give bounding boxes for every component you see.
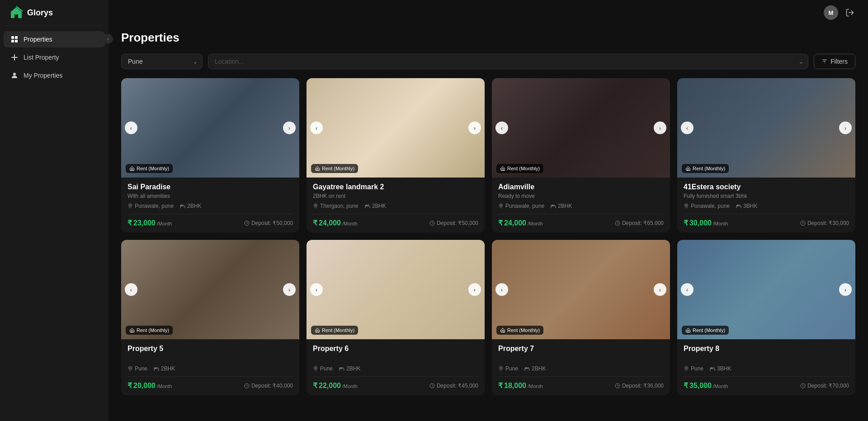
card-bhk: 2BHK bbox=[365, 203, 386, 209]
svg-rect-25 bbox=[340, 368, 341, 369]
property-card-2[interactable]: ‹ › Rent (Monthly) Gayatree landmark 2 2… bbox=[307, 78, 485, 233]
card-deposit-text: Deposit: ₹50,000 bbox=[437, 220, 478, 226]
svg-rect-31 bbox=[711, 368, 712, 369]
card-prev-button[interactable]: ‹ bbox=[310, 283, 323, 296]
card-deposit: Deposit: ₹45,000 bbox=[429, 383, 478, 389]
app-logo: Glorys bbox=[0, 0, 108, 25]
card-location: Pune bbox=[498, 365, 518, 372]
location-icon bbox=[313, 366, 318, 371]
property-card-6[interactable]: ‹ › Rent (Monthly) Property 6 Pune bbox=[307, 240, 485, 395]
card-bhk-text: 2BHK bbox=[187, 203, 201, 209]
bed-icon bbox=[736, 203, 741, 209]
svg-rect-10 bbox=[181, 205, 182, 206]
card-next-button[interactable]: › bbox=[468, 283, 481, 296]
city-select[interactable]: Pune Mumbai Bangalore bbox=[121, 54, 203, 69]
card-price-value: 24,000 bbox=[319, 219, 341, 227]
badge-text: Rent (Monthly) bbox=[507, 327, 540, 333]
card-prev-button[interactable]: ‹ bbox=[495, 283, 508, 296]
deposit-icon bbox=[429, 383, 435, 388]
house-icon bbox=[685, 166, 691, 171]
location-input[interactable] bbox=[208, 54, 808, 69]
deposit-icon bbox=[429, 220, 435, 226]
card-next-button[interactable]: › bbox=[839, 283, 852, 296]
person-icon bbox=[10, 72, 19, 79]
card-meta: Punawale, pune 2BHK bbox=[127, 203, 293, 209]
card-location-text: Punawale, pune bbox=[691, 203, 730, 209]
sidebar-collapse-button[interactable]: ‹ bbox=[103, 34, 113, 44]
card-location: Pune bbox=[684, 365, 703, 372]
card-prev-button[interactable]: ‹ bbox=[681, 283, 693, 296]
deposit-icon bbox=[244, 220, 250, 226]
card-image bbox=[307, 240, 485, 339]
card-next-button[interactable]: › bbox=[654, 283, 666, 296]
sidebar-item-my-properties[interactable]: My Properties bbox=[4, 67, 105, 84]
card-deposit-text: Deposit: ₹36,000 bbox=[622, 383, 664, 389]
property-card-5[interactable]: ‹ › Rent (Monthly) Property 5 Pune bbox=[121, 240, 299, 395]
card-body: Property 7 Pune 2 bbox=[492, 339, 670, 395]
svg-point-9 bbox=[130, 205, 131, 206]
svg-rect-16 bbox=[552, 205, 553, 206]
card-next-button[interactable]: › bbox=[468, 122, 481, 134]
card-bhk-text: 2BHK bbox=[346, 365, 360, 372]
card-next-button[interactable]: › bbox=[654, 122, 666, 134]
svg-point-24 bbox=[315, 368, 316, 369]
card-prev-button[interactable]: ‹ bbox=[310, 122, 323, 134]
card-prev-button[interactable]: ‹ bbox=[125, 122, 137, 134]
filters-button[interactable]: Filters bbox=[814, 54, 855, 69]
card-price-value: 24,000 bbox=[504, 219, 526, 227]
bed-icon bbox=[365, 203, 370, 209]
card-title: Property 8 bbox=[684, 345, 849, 353]
sidebar-item-list-property[interactable]: List Property bbox=[4, 49, 105, 65]
card-price: ₹ 23,000 /Month bbox=[127, 219, 172, 227]
property-card-4[interactable]: ‹ › Rent (Monthly) 41Estera society Full… bbox=[677, 78, 855, 233]
card-location: Punawale, pune bbox=[684, 203, 730, 209]
card-next-button[interactable]: › bbox=[283, 122, 296, 134]
logout-button[interactable] bbox=[843, 5, 857, 20]
grid-icon bbox=[10, 36, 19, 43]
location-icon bbox=[127, 366, 133, 371]
card-bhk: 2BHK bbox=[180, 203, 201, 209]
card-price-unit: /Month bbox=[157, 384, 172, 389]
rupee-symbol: ₹ bbox=[313, 381, 317, 390]
card-price-unit: /Month bbox=[342, 384, 358, 389]
location-icon bbox=[684, 366, 689, 371]
property-card-8[interactable]: ‹ › Rent (Monthly) Property 8 Pune bbox=[677, 240, 855, 395]
card-price-value: 23,000 bbox=[133, 219, 156, 227]
card-price-unit: /Month bbox=[157, 221, 172, 226]
card-footer: ₹ 20,000 /Month Deposit: ₹40,000 bbox=[127, 376, 293, 390]
card-title: Gayatree landmark 2 bbox=[313, 183, 478, 191]
sidebar-item-list-property-label: List Property bbox=[24, 54, 59, 61]
card-prev-button[interactable]: ‹ bbox=[681, 122, 693, 134]
bed-icon bbox=[710, 366, 715, 371]
card-location: Pune bbox=[313, 365, 333, 372]
card-next-button[interactable]: › bbox=[283, 283, 296, 296]
card-bhk-text: 2BHK bbox=[161, 365, 175, 372]
bed-icon bbox=[339, 366, 344, 371]
card-next-button[interactable]: › bbox=[839, 122, 852, 134]
card-price-value: 18,000 bbox=[504, 382, 526, 390]
card-prev-button[interactable]: ‹ bbox=[125, 283, 137, 296]
sidebar-item-properties[interactable]: Properties bbox=[4, 31, 105, 47]
card-deposit: Deposit: ₹30,000 bbox=[800, 220, 849, 226]
property-card-7[interactable]: ‹ › Rent (Monthly) Property 7 Pune bbox=[492, 240, 670, 395]
badge-text: Rent (Monthly) bbox=[693, 166, 725, 171]
svg-rect-2 bbox=[11, 40, 14, 42]
card-body: Sai Paradise With all amenities Punawale… bbox=[121, 178, 299, 233]
deposit-icon bbox=[800, 383, 806, 388]
card-footer: ₹ 24,000 /Month Deposit: ₹50,000 bbox=[313, 214, 478, 227]
card-bhk-text: 2BHK bbox=[372, 203, 386, 209]
svg-rect-22 bbox=[155, 368, 156, 369]
property-card-3[interactable]: ‹ › Rent (Monthly) Adiamville Ready to m… bbox=[492, 78, 670, 233]
card-image bbox=[492, 240, 670, 339]
badge-text: Rent (Monthly) bbox=[693, 327, 725, 333]
card-prev-button[interactable]: ‹ bbox=[495, 122, 508, 134]
property-card-1[interactable]: ‹ › Rent (Monthly) Sai Paradise With all… bbox=[121, 78, 299, 233]
card-body: Adiamville Ready to move Punawale, pune bbox=[492, 178, 670, 233]
card-location-text: Pune bbox=[320, 365, 333, 372]
card-badge: Rent (Monthly) bbox=[682, 326, 729, 335]
card-image bbox=[492, 78, 670, 178]
card-price: ₹ 35,000 /Month bbox=[684, 381, 728, 390]
main-content: Properties Pune Mumbai Bangalore Filters bbox=[108, 25, 868, 421]
avatar[interactable]: M bbox=[824, 5, 838, 20]
card-price: ₹ 18,000 /Month bbox=[498, 381, 543, 390]
